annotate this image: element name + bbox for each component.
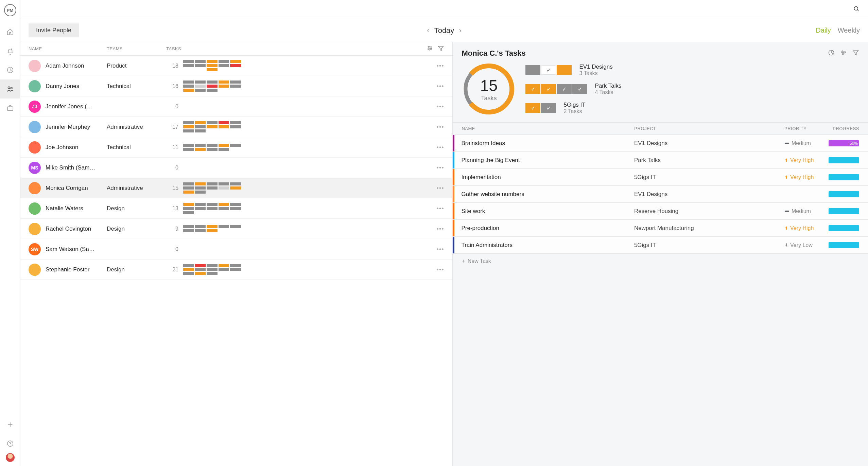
person-row[interactable]: Stephanie FosterDesign21••• — [20, 259, 452, 280]
person-name: Danny Jones — [46, 83, 107, 90]
person-row[interactable]: Jennifer MurpheyAdministrative17••• — [20, 117, 452, 137]
row-more-icon[interactable]: ••• — [437, 246, 445, 252]
sidebar-briefcase-icon[interactable] — [0, 98, 20, 118]
person-row[interactable]: Joe JohnsonTechnical11••• — [20, 137, 452, 158]
task-bars — [183, 203, 241, 214]
svg-point-8 — [428, 46, 429, 47]
person-task-count: 16 — [166, 83, 178, 89]
row-more-icon[interactable]: ••• — [437, 267, 445, 273]
avatar — [29, 202, 41, 215]
task-bars — [183, 80, 241, 92]
avatar — [29, 60, 41, 72]
person-task-count: 0 — [166, 165, 178, 171]
row-more-icon[interactable]: ••• — [437, 165, 445, 171]
task-bars — [183, 144, 241, 151]
person-team: Technical — [107, 144, 166, 151]
avatar — [29, 223, 41, 235]
view-weekly[interactable]: Weekly — [838, 26, 860, 34]
row-more-icon[interactable]: ••• — [437, 205, 445, 212]
col-tasks: TASKS — [166, 46, 427, 51]
sidebar-clock-icon[interactable] — [0, 60, 20, 79]
task-priority: Medium — [784, 208, 829, 214]
person-team: Design — [107, 266, 166, 273]
task-project: Reserve Housing — [634, 208, 784, 215]
task-row[interactable]: Pre-productionNewport ManufacturingVery … — [453, 220, 868, 237]
svg-point-13 — [844, 52, 845, 53]
detail-title: Monica C.'s Tasks — [462, 49, 828, 58]
person-name: Jennifer Murphey — [46, 124, 107, 130]
task-row[interactable]: Implementation5Gigs ITVery High — [453, 169, 868, 186]
plus-icon: + — [462, 258, 465, 264]
svg-point-3 — [11, 87, 12, 89]
new-task-label: New Task — [468, 258, 491, 264]
person-row[interactable]: Natalie WatersDesign13••• — [20, 198, 452, 219]
person-row[interactable]: MSMike Smith (Sam…0••• — [20, 158, 452, 178]
task-list: Brainstorm IdeasEV1 DesignsMedium50%Plan… — [453, 135, 868, 254]
person-row[interactable]: JJJennifer Jones (…0••• — [20, 96, 452, 117]
svg-point-7 — [854, 6, 858, 10]
sidebar-bell-icon[interactable] — [0, 41, 20, 60]
task-name: Brainstorm Ideas — [461, 140, 634, 147]
task-project: Park Talks — [634, 157, 784, 164]
person-row[interactable]: Danny JonesTechnical16••• — [20, 76, 452, 96]
task-name: Gather website numbers — [461, 191, 634, 198]
task-donut: 15 Tasks — [462, 62, 516, 116]
task-row[interactable]: Train Administrators5Gigs ITVery Low — [453, 237, 868, 254]
task-row[interactable]: Site workReserve HousingMedium — [453, 203, 868, 220]
task-row[interactable]: Brainstorm IdeasEV1 DesignsMedium50% — [453, 135, 868, 152]
filter-icon[interactable] — [437, 45, 444, 53]
detail-settings-icon[interactable] — [840, 49, 847, 57]
detail-filter-icon[interactable] — [852, 49, 859, 57]
row-more-icon[interactable]: ••• — [437, 124, 445, 130]
row-more-icon[interactable]: ••• — [437, 104, 445, 110]
date-prev-icon[interactable]: ‹ — [427, 26, 429, 35]
settings-icon[interactable] — [427, 45, 433, 53]
row-more-icon[interactable]: ••• — [437, 63, 445, 69]
search-icon[interactable] — [853, 5, 860, 14]
task-progress: 50% — [829, 140, 859, 146]
avatar: SW — [29, 243, 41, 255]
sidebar-add-icon[interactable] — [0, 415, 20, 434]
invite-people-button[interactable]: Invite People — [29, 23, 79, 37]
row-more-icon[interactable]: ••• — [437, 185, 445, 191]
sidebar-help-icon[interactable] — [0, 434, 20, 453]
task-project: EV1 Designs — [634, 191, 784, 198]
sidebar-home-icon[interactable] — [0, 22, 20, 41]
row-more-icon[interactable]: ••• — [437, 226, 445, 232]
project-summary: ✓✓✓✓Park Talks4 Tasks — [525, 83, 859, 95]
view-daily[interactable]: Daily — [816, 26, 831, 34]
person-row[interactable]: Rachel CovingtonDesign9••• — [20, 219, 452, 239]
row-more-icon[interactable]: ••• — [437, 83, 445, 89]
project-task-count: 2 Tasks — [563, 108, 585, 114]
date-next-icon[interactable]: › — [459, 26, 461, 35]
project-status-boxes: ✓✓✓✓ — [525, 84, 587, 94]
new-task-button[interactable]: + New Task — [453, 254, 868, 268]
sidebar-people-icon[interactable] — [0, 79, 20, 98]
person-row[interactable]: Adam JohnsonProduct18••• — [20, 56, 452, 76]
chart-icon[interactable] — [828, 49, 835, 57]
row-more-icon[interactable]: ••• — [437, 144, 445, 150]
svg-point-2 — [8, 87, 10, 89]
app-logo: PM — [4, 4, 16, 16]
task-progress — [829, 242, 859, 248]
person-row[interactable]: Monica CorriganAdministrative15••• — [20, 178, 452, 198]
task-name: Site work — [461, 208, 634, 215]
task-bars — [183, 225, 241, 232]
svg-point-10 — [429, 49, 430, 50]
task-priority: Very High — [784, 157, 829, 163]
person-team: Administrative — [107, 124, 166, 130]
task-priority: Very High — [784, 225, 829, 231]
person-row[interactable]: SWSam Watson (Sa…0••• — [20, 239, 452, 259]
project-task-count: 4 Tasks — [595, 89, 621, 95]
avatar: MS — [29, 162, 41, 174]
svg-point-6 — [10, 445, 10, 445]
person-task-count: 17 — [166, 124, 178, 130]
task-row[interactable]: Gather website numbersEV1 Designs — [453, 186, 868, 203]
date-label: Today — [434, 26, 454, 35]
person-task-count: 0 — [166, 104, 178, 110]
person-list: Adam JohnsonProduct18•••Danny JonesTechn… — [20, 56, 452, 466]
person-task-count: 15 — [166, 185, 178, 191]
task-row[interactable]: Planning the Big EventPark TalksVery Hig… — [453, 152, 868, 169]
sidebar-user-avatar[interactable] — [6, 453, 15, 462]
person-task-count: 13 — [166, 205, 178, 212]
